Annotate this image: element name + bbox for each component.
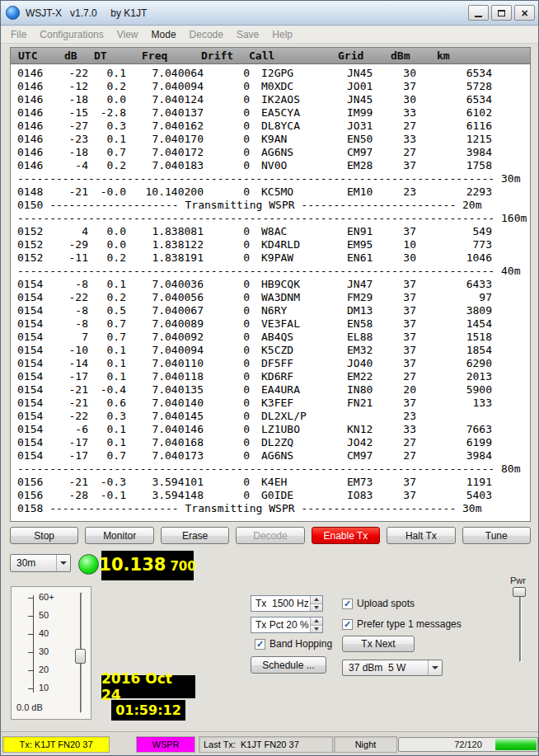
monitor-button[interactable]: Monitor: [85, 527, 153, 544]
column-header-drift: Drift: [201, 49, 233, 62]
column-header-grid: Grid: [338, 49, 363, 62]
decode-row[interactable]: 0154-210.67.0401400K3FEFFN2137133: [11, 397, 530, 410]
title-bar: WSJT-X v1.7.0 by K1JT ×: [1, 1, 539, 26]
tx-freq-value: Tx 1500 Hz: [255, 598, 309, 609]
decode-row[interactable]: 0146-180.07.0401240IK2AOSJN45306534: [11, 93, 530, 106]
app-globe-icon: [6, 6, 20, 20]
chevron-down-icon: [428, 660, 442, 675]
decode-row[interactable]: 0146-120.27.0400940M0XDCJO01375728: [11, 80, 530, 93]
chevron-down-icon: [314, 627, 319, 631]
erase-button[interactable]: Erase: [161, 527, 229, 544]
prefer-type1-checkbox[interactable]: ✓ Prefer type 1 messages: [342, 618, 462, 630]
decode-row[interactable]: 0146-40.27.0401830NV0OEM28371758: [11, 159, 530, 172]
decode-row[interactable]: 015240.01.8380810W8ACEN9137549: [11, 225, 530, 238]
checkbox-check-icon: ✓: [342, 619, 353, 630]
rx-progress-bar: 72/120: [398, 737, 538, 752]
maximize-icon: [498, 10, 505, 16]
column-header-freq: Freq: [142, 49, 167, 62]
maximize-button[interactable]: [491, 5, 512, 21]
rx-gain-slider-thumb[interactable]: [75, 649, 86, 664]
rx-status-lamp: [78, 554, 99, 575]
menu-item-file[interactable]: File: [4, 26, 33, 43]
decode-row[interactable]: 0146-15-2.87.0401370EA5CYAIM99336102: [11, 106, 530, 120]
close-button[interactable]: ×: [514, 5, 535, 21]
tx-pct-spinbox[interactable]: Tx Pct 20 %: [251, 617, 323, 633]
schedule-button[interactable]: Schedule ...: [251, 656, 326, 674]
menu-item-mode[interactable]: Mode: [145, 26, 183, 43]
spin-down-button[interactable]: [311, 626, 322, 633]
decode-row[interactable]: 0154-220.27.0400560WA3DNMFM293797: [11, 291, 530, 304]
transmit-row[interactable]: 0158 -------------------- Transmitting W…: [11, 502, 530, 515]
decode-row[interactable]: 0146-220.17.0400640I2GPGJN45306534: [11, 67, 530, 80]
decode-row[interactable]: 0154-170.17.0401680DL2ZQJO42276199: [11, 436, 530, 449]
tx-next-button[interactable]: Tx Next: [342, 636, 415, 652]
pwr-slider-thumb[interactable]: [513, 587, 526, 597]
band-select-value: 30m: [16, 557, 35, 569]
decode-row[interactable]: 0146-180.77.0401720AG6NSCM97273984: [11, 146, 530, 159]
meter-scale-label: 10: [39, 683, 49, 693]
menu-item-save[interactable]: Save: [230, 26, 265, 43]
enable-tx-button[interactable]: Enable Tx: [312, 527, 380, 544]
meter-tick: [28, 670, 34, 671]
band-hopping-checkbox[interactable]: ✓ Band Hopping: [255, 638, 332, 650]
decode-row[interactable]: 0154-80.17.0400360HB9CQKJN47376433: [11, 278, 530, 291]
date-display: 2016 Oct 24: [101, 675, 195, 698]
tx-freq-spinbox[interactable]: Tx 1500 Hz: [251, 595, 323, 612]
decode-row[interactable]: 0154-80.77.0400890VE3FALEN58371454: [11, 317, 530, 331]
decode-row[interactable]: 0154-170.77.0401730AG6NSCM97273984: [11, 449, 530, 463]
meter-scale-label: 40: [39, 628, 49, 638]
menu-item-decode[interactable]: Decode: [183, 26, 230, 43]
decode-row[interactable]: 0156-28-0.13.5941480G0IDEIO83375403: [11, 489, 530, 502]
decode-row[interactable]: 0154-100.17.0400940K5CZDEM32371854: [11, 344, 530, 357]
upload-spots-label: Upload spots: [357, 598, 415, 609]
last-tx-status: Last Tx: K1JT FN20 37: [199, 736, 333, 753]
decode-row[interactable]: 0154-220.37.0401450DL2XL/P23: [11, 410, 530, 423]
menu-item-configurations[interactable]: Configurations: [33, 26, 110, 43]
decode-row[interactable]: 0146-270.37.0401620DL8YCAJO31276116: [11, 120, 530, 133]
chevron-up-icon: [314, 619, 319, 622]
band-separator-row[interactable]: ----------------------------------------…: [11, 463, 530, 476]
decode-button[interactable]: Decode: [236, 527, 304, 544]
decode-row[interactable]: 0152-110.21.8381910K9PAWEN61301046: [11, 251, 530, 265]
spin-up-button[interactable]: [311, 617, 322, 626]
decode-row[interactable]: 0154-140.17.0401100DF5FFJO40376290: [11, 357, 530, 370]
band-separator-row[interactable]: ----------------------------------------…: [11, 212, 530, 225]
tx-pct-value: Tx Pct 20 %: [255, 619, 309, 631]
transmit-row[interactable]: 0150 -------------------- Transmitting W…: [11, 199, 530, 212]
decode-row[interactable]: 0154-80.57.0400670N6RYDM13373809: [11, 304, 530, 317]
decode-row[interactable]: 0154-60.17.0401460LZ1UBOKN12337663: [11, 423, 530, 436]
band-select[interactable]: 30m: [10, 554, 71, 572]
meter-axis: [33, 595, 34, 693]
pwr-slider[interactable]: [519, 589, 522, 662]
decode-row[interactable]: 015470.77.0400920AB4QSEL88371518: [11, 331, 530, 344]
halt-tx-button[interactable]: Halt Tx: [387, 527, 455, 544]
menu-item-help[interactable]: Help: [265, 26, 299, 43]
minimize-icon: [475, 16, 482, 17]
checkbox-check-icon: ✓: [255, 639, 265, 650]
decode-row[interactable]: 0154-170.17.0401180KD6RFEM22272013: [11, 370, 530, 383]
decode-row[interactable]: 0154-21-0.47.0401350EA4URAIN80205900: [11, 383, 530, 397]
spin-up-button[interactable]: [311, 596, 322, 604]
spin-down-button[interactable]: [311, 604, 322, 612]
wsjtx-window: WSJT-X v1.7.0 by K1JT × FileConfiguratio…: [0, 0, 539, 756]
band-separator-row[interactable]: ----------------------------------------…: [11, 265, 530, 278]
time-display: 01:59:12: [111, 700, 185, 721]
menu-item-view[interactable]: View: [110, 26, 145, 43]
meter-scale-label: 60+: [39, 592, 54, 602]
band-separator-row[interactable]: ----------------------------------------…: [11, 172, 530, 185]
decode-row[interactable]: 0156-21-0.33.5941010K4EHEM73371191: [11, 476, 530, 489]
column-header-utc: UTC: [18, 49, 37, 62]
stop-button[interactable]: Stop: [10, 527, 78, 544]
meter-scale-label: 50: [39, 610, 49, 620]
upload-spots-checkbox[interactable]: ✓ Upload spots: [342, 598, 415, 609]
decode-row[interactable]: 0146-230.17.0401700K9ANEN50331215: [11, 133, 530, 146]
decode-row[interactable]: 0152-290.01.8381220KD4RLDEM9510773: [11, 238, 530, 251]
decode-table: UTC dB DT Freq Drift Call Grid dBm km 01…: [10, 47, 531, 522]
status-bar: Tx: K1JT FN20 37 WSPR Last Tx: K1JT FN20…: [1, 731, 539, 756]
minimize-button[interactable]: [468, 5, 489, 21]
decode-row[interactable]: 0148-21-0.010.1402000KC5MOEM10232293: [11, 185, 530, 199]
chevron-down-icon: [314, 606, 319, 609]
tx-status-badge: Tx: K1JT FN20 37: [2, 736, 110, 753]
tune-button[interactable]: Tune: [462, 527, 531, 544]
tx-power-select[interactable]: 37 dBm 5 W: [342, 660, 443, 676]
